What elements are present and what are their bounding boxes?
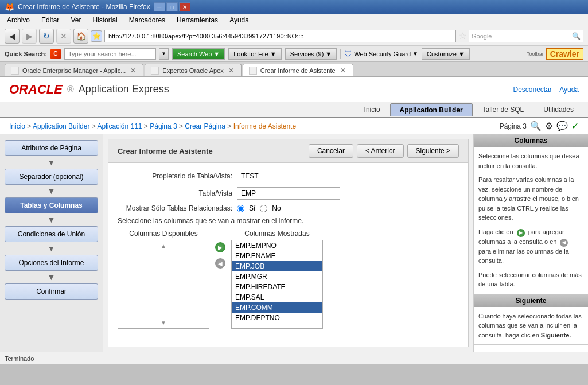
table-select[interactable]: EMP [237, 187, 340, 200]
back-button[interactable]: ◀ [5, 29, 20, 44]
radio-no[interactable] [260, 205, 267, 212]
nav-tabs: Inicio Application Builder Taller de SQL… [0, 102, 588, 118]
bookmark-button[interactable]: ⭐ [91, 30, 102, 42]
prev-button[interactable]: < Anterior [357, 144, 404, 158]
look-for-file-button[interactable]: Look for File ▼ [228, 48, 281, 60]
bc-aplicacion[interactable]: Aplicación 111 [97, 122, 142, 130]
table-select-wrapper: EMP [237, 187, 340, 200]
col-item-hiredate[interactable]: EMP.HIREDATE [232, 282, 322, 292]
cancel-button[interactable]: Cancelar [309, 144, 353, 158]
wizard-body: Propietario de Tabla/Vista: TEST Tabla/V… [108, 163, 468, 347]
breadcrumb-icon-3[interactable]: 💬 [556, 120, 568, 131]
page-label: Página 3 [500, 122, 527, 130]
available-columns-list[interactable]: ▲ ▼ [118, 240, 209, 329]
home-button[interactable]: 🏠 [73, 29, 88, 44]
form-row-related: Mostrar Sólo Tablas Relacionadas: Sí No [118, 204, 459, 212]
table-label: Tabla/Vista [118, 189, 232, 197]
col-item-sal[interactable]: EMP.SAL [232, 292, 322, 302]
shown-columns-list[interactable]: EMP.EMPNO EMP.ENAME EMP.JOB EMP.MGR EMP.… [231, 240, 323, 329]
remove-column-button[interactable]: ◀ [214, 257, 227, 270]
tab-favicon-3 [249, 67, 257, 75]
tab-close-3[interactable]: ✕ [339, 67, 347, 75]
toolbar-text: Toolbar [527, 51, 544, 57]
breadcrumb-icon-4[interactable]: ✓ [571, 120, 579, 131]
star-button[interactable]: ☆ [458, 30, 466, 41]
desconectar-link[interactable]: Desconectar [513, 85, 551, 94]
menu-ayuda[interactable]: Ayuda [227, 15, 251, 25]
stop-button[interactable]: ✕ [56, 29, 71, 44]
available-scroll-down[interactable]: ▼ [118, 317, 209, 328]
ayuda-link[interactable]: Ayuda [559, 85, 579, 94]
browser-icon: 🦊 [5, 2, 14, 11]
tab-utilidades[interactable]: Utilidades [534, 103, 583, 116]
security-guard-label: Web Security Guard [354, 50, 411, 57]
sidebar-item-opciones[interactable]: Opciones del Informe [5, 255, 98, 271]
search-icon[interactable]: 🔍 [572, 32, 581, 40]
owner-select[interactable]: TEST [237, 170, 340, 182]
tab-close-2[interactable]: ✕ [227, 67, 235, 75]
sidebar-item-separador[interactable]: Separador (opcional) [5, 169, 98, 185]
tab-expertos[interactable]: Expertos Oracle Apex ✕ [145, 64, 241, 76]
col-arrows: ▶ ◀ [214, 230, 227, 270]
tabs-bar: Oracle Enterprise Manager - Applic... ✕ … [0, 62, 588, 77]
breadcrumb-icon-1[interactable]: 🔍 [530, 120, 542, 131]
tab-taller-sql[interactable]: Taller de SQL [473, 103, 534, 116]
tab-label-3: Crear Informe de Asistente [260, 67, 336, 74]
available-columns-label: Columnas Disponibles [129, 230, 197, 238]
tab-close-1[interactable]: ✕ [129, 67, 137, 75]
tab-oracle-em[interactable]: Oracle Enterprise Manager - Applic... ✕ [5, 64, 143, 76]
sidebar-item-condiciones[interactable]: Condiciones de Unión [5, 226, 98, 242]
menu-marcadores[interactable]: Marcadores [127, 15, 168, 25]
bc-inicio[interactable]: Inicio [9, 122, 25, 130]
available-scroll-up[interactable]: ▲ [118, 240, 209, 251]
reload-button[interactable]: ↻ [39, 29, 54, 44]
next-button[interactable]: Siguiente > [407, 144, 459, 158]
search-web-button[interactable]: Search Web ▼ [172, 48, 225, 60]
tab-application-builder[interactable]: Application Builder [390, 103, 473, 116]
bc-pagina3[interactable]: Página 3 [150, 122, 177, 130]
search-bar[interactable]: Google 🔍 [469, 30, 583, 42]
radio-group: Sí No [237, 204, 281, 212]
quicksearch-dropdown[interactable]: ▼ [159, 48, 169, 60]
address-bar[interactable]: http://127.0.0.1:8080/apex/f?p=4000:356:… [104, 30, 456, 42]
menu-archivo[interactable]: Archivo [5, 15, 32, 25]
form-row-table: Tabla/Vista EMP [118, 187, 459, 200]
apex-text: Application Express [79, 83, 169, 95]
breadcrumb-icon-2[interactable]: ⚙ [545, 120, 553, 131]
services-label: Services (9) [290, 50, 324, 57]
help-text-2: Para resaltar varias columnas a la vez, … [478, 175, 583, 223]
minimize-button[interactable]: ─ [154, 2, 165, 11]
sidebar-item-confirmar[interactable]: Confirmar [5, 283, 98, 300]
oracle-text: ORACLE [9, 82, 63, 97]
shown-columns-container: Columnas Mostradas EMP.EMPNO EMP.ENAME E… [231, 230, 323, 329]
statusbar: Terminado [0, 352, 588, 364]
bc-app-builder[interactable]: Application Builder [33, 122, 89, 130]
sidebar-item-atributos[interactable]: Atributos de Página [5, 140, 98, 156]
col-item-mgr[interactable]: EMP.MGR [232, 271, 322, 282]
customize-button[interactable]: Customize ▼ [422, 48, 470, 60]
tab-inicio[interactable]: Inicio [355, 103, 390, 116]
radio-yes[interactable] [237, 205, 244, 212]
menu-historial[interactable]: Historial [90, 15, 119, 25]
menu-editar[interactable]: Editar [39, 15, 61, 25]
window-title: Crear Informe de Asistente - Mozilla Fir… [18, 3, 150, 11]
tab-crear-informe[interactable]: Crear Informe de Asistente ✕ [243, 64, 353, 76]
maximize-button[interactable]: □ [166, 2, 178, 11]
col-item-deptno[interactable]: EMP.DEPTNO [232, 313, 322, 323]
menu-ver[interactable]: Ver [68, 15, 83, 25]
services-button[interactable]: Services (9) ▼ [285, 48, 337, 60]
close-button[interactable]: ✕ [179, 2, 190, 11]
security-guard-dropdown[interactable]: ▼ [412, 50, 418, 57]
sidebar-item-tablas[interactable]: Tablas y Columnas [5, 197, 98, 213]
add-column-button[interactable]: ▶ [214, 241, 227, 254]
col-item-ename[interactable]: EMP.ENAME [232, 251, 322, 261]
col-item-job[interactable]: EMP.JOB [232, 261, 322, 271]
breadcrumb: Inicio > Application Builder > Aplicació… [0, 118, 588, 134]
col-item-comm[interactable]: EMP.COMM [232, 302, 322, 313]
col-item-empno[interactable]: EMP.EMPNO [232, 240, 322, 251]
window-controls[interactable]: ─ □ ✕ [154, 2, 190, 11]
menu-herramientas[interactable]: Herramientas [174, 15, 220, 25]
quicksearch-input[interactable] [64, 48, 156, 60]
forward-button[interactable]: ▶ [22, 29, 37, 44]
bc-crear-pagina[interactable]: Crear Página [185, 122, 225, 130]
